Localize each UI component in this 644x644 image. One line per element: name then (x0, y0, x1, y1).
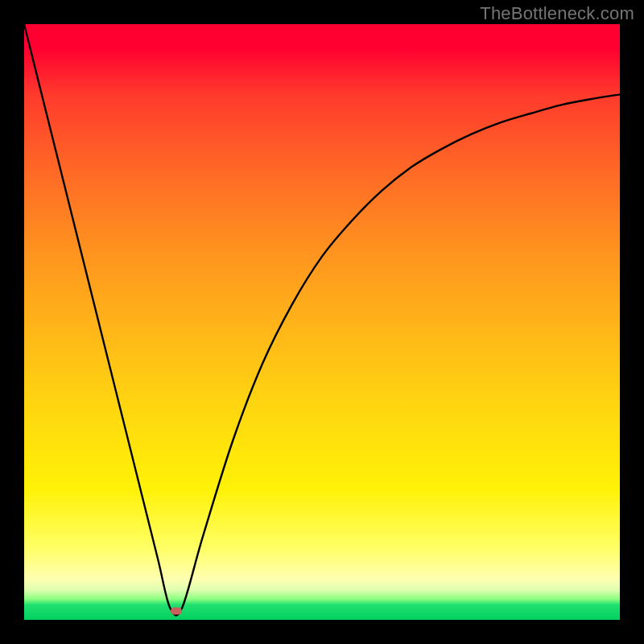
curve-svg (24, 24, 620, 620)
plot-area (24, 24, 620, 620)
watermark-text: TheBottleneck.com (480, 3, 634, 24)
chart-frame: TheBottleneck.com (0, 0, 644, 644)
bottleneck-curve (24, 24, 620, 616)
optimum-marker (171, 607, 182, 614)
